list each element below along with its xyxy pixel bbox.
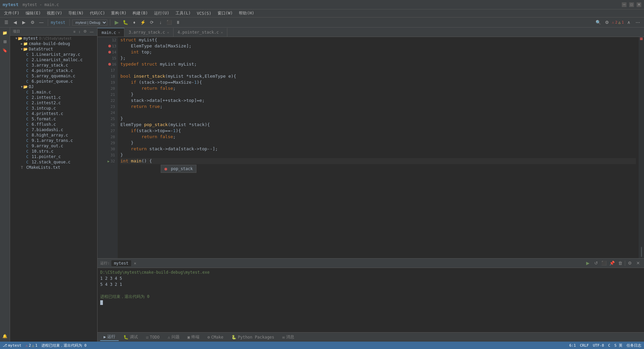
bottom-tab-python[interactable]: 🐍 Python Packages: [228, 334, 277, 340]
menu-vcs[interactable]: VCS(S): [194, 10, 214, 16]
panel-rerun-btn[interactable]: ↺: [593, 260, 599, 267]
pause-button[interactable]: ⏸: [174, 19, 182, 26]
tree-item-2inttest2[interactable]: C 2.inttest2.c: [10, 100, 97, 106]
status-language[interactable]: C: [608, 343, 610, 348]
tab-3array-stack[interactable]: 3.array_stack.c ✕: [124, 28, 173, 37]
tree-close-button[interactable]: —: [89, 29, 94, 34]
status-sohu-ime[interactable]: S 英: [614, 343, 622, 348]
tab-close-main-c[interactable]: ✕: [118, 31, 120, 34]
menu-code[interactable]: 代码(C): [87, 10, 108, 17]
run-button[interactable]: ▶: [113, 19, 120, 26]
tree-item-7biaodashi[interactable]: C 7.biaodashi.c: [10, 127, 97, 132]
bottom-tab-todo[interactable]: ☑ TODO: [143, 334, 163, 340]
tree-item-5array[interactable]: C 5.array_qquemain.c: [10, 73, 97, 79]
tab-close-4pointer[interactable]: ✕: [221, 31, 223, 34]
menu-refactor[interactable]: 重构(R): [108, 10, 129, 17]
run-tab[interactable]: mytest: [111, 260, 131, 266]
bottom-tab-terminal[interactable]: ▣ 终端: [184, 334, 203, 341]
menu-window[interactable]: 窗口(W): [215, 10, 236, 17]
bottom-tab-cmake[interactable]: ⚙ CMake: [204, 334, 227, 340]
menu-edit[interactable]: 编辑(E): [23, 10, 44, 17]
tree-item-3intcup[interactable]: C 3.intcup.c: [10, 106, 97, 111]
status-line-ending[interactable]: CRLF: [580, 343, 589, 348]
minimize-button[interactable]: ─: [622, 2, 627, 7]
collapse-all-button[interactable]: ≡: [72, 29, 76, 34]
toolbar-settings[interactable]: ⚙: [29, 19, 36, 26]
tree-item-cmake-build[interactable]: ▶ 📁 cmake-build-debug: [10, 41, 97, 46]
bottom-tab-run[interactable]: ▶ 运行: [100, 333, 119, 341]
panel-pin-btn[interactable]: 📌: [609, 260, 615, 267]
more-button[interactable]: ⋯: [634, 19, 641, 26]
tree-item-9array[interactable]: C 9.array_out.c: [10, 143, 97, 149]
bookmarks-icon[interactable]: 🔖: [1, 46, 9, 54]
tree-item-4pointer[interactable]: C 4.pointer_stack.c: [10, 68, 97, 73]
notifications-icon[interactable]: 🔔: [1, 332, 9, 340]
terminal-content[interactable]: D:\CStudy\mytest\cmake-build-debug\mytes…: [98, 268, 644, 332]
expand-button[interactable]: ∧: [625, 19, 633, 26]
step-over[interactable]: ⟳: [148, 19, 155, 26]
tree-item-9_1array[interactable]: C 9.1.array_trans.c: [10, 138, 97, 143]
tree-item-2LinearList[interactable]: C 2.LinearList_malloc.c: [10, 57, 97, 63]
tab-close-3array[interactable]: ✕: [167, 31, 169, 34]
toolbar-navigate-back[interactable]: ◀: [11, 19, 19, 26]
panel-settings-btn[interactable]: ⚙: [627, 260, 633, 267]
menu-navigate[interactable]: 导航(N): [66, 10, 86, 17]
tree-item-5format[interactable]: C 5.format.c: [10, 116, 97, 122]
menu-run[interactable]: 运行(U): [151, 10, 172, 17]
config-selector[interactable]: mytest | Debug: [72, 20, 107, 26]
bottom-tab-problems[interactable]: ⚠ 问题: [164, 334, 183, 341]
toolbar-navigate-forward[interactable]: ▶: [20, 19, 28, 26]
tree-settings-button[interactable]: ⚙: [82, 29, 88, 34]
panel-stop-btn[interactable]: ⬛: [601, 260, 607, 267]
stop-button[interactable]: ⬛: [165, 19, 173, 26]
bottom-tab-messages[interactable]: ✉ 消息: [279, 334, 298, 341]
settings-button[interactable]: ⚙: [603, 19, 611, 26]
breakpoint-14[interactable]: [108, 51, 111, 53]
tab-main-c[interactable]: main.c ✕: [98, 28, 124, 37]
tree-item-11pointer[interactable]: C 11.pointer_c: [10, 154, 97, 159]
status-position[interactable]: 6:1: [569, 343, 576, 348]
tree-item-12stack[interactable]: C 12.stack_queue.c: [10, 159, 97, 165]
toolbar-collapse[interactable]: —: [38, 19, 45, 26]
breakpoint-16[interactable]: [108, 63, 111, 66]
tree-item-cmake[interactable]: T CMakeLists.txt: [10, 165, 97, 170]
status-errors[interactable]: ⚠ 2 △ 1: [26, 343, 38, 348]
profile-button[interactable]: ⚡: [139, 19, 147, 26]
tree-item-8hight[interactable]: C 8.hight_array.c: [10, 132, 97, 138]
status-branch[interactable]: ⎇ mytest: [3, 343, 22, 348]
panel-close-btn[interactable]: ✕: [635, 260, 641, 267]
debug-button[interactable]: 🐛: [122, 19, 129, 26]
search-everywhere-button[interactable]: 🔍: [595, 19, 602, 26]
step-into[interactable]: ↓: [157, 19, 164, 26]
tree-item-3array[interactable]: C 3.array_stack.c: [10, 63, 97, 68]
project-icon[interactable]: 📁: [1, 29, 9, 37]
status-tasks[interactable]: 任务日志: [627, 343, 641, 348]
code-content[interactable]: struct myList{ ElemType data[MaxSize]; i…: [118, 37, 639, 258]
close-button[interactable]: ✕: [637, 2, 641, 7]
tree-item-datastruct[interactable]: ▼ 📂 DataStruct: [10, 46, 97, 52]
panel-trash-btn[interactable]: 🗑: [617, 260, 623, 267]
tree-item-6pointer[interactable]: C 6.pointer_queue.c: [10, 79, 97, 84]
tree-item-1main[interactable]: C 1.main.c: [10, 89, 97, 95]
structure-icon[interactable]: ⊞: [1, 38, 9, 46]
scroll-thumb[interactable]: [641, 247, 642, 257]
tree-item-6fflush[interactable]: C 6.fflush.c: [10, 122, 97, 127]
tree-item-2inttest1[interactable]: C 2.inttest1.c: [10, 95, 97, 100]
tree-item-4printtest[interactable]: C 4.printtest.c: [10, 111, 97, 116]
tree-item-1LinearList[interactable]: C 1.LinearList_array.c: [10, 52, 97, 57]
menu-build[interactable]: 构建(B): [130, 10, 151, 17]
tree-item-10strs[interactable]: C 10.strs.c: [10, 149, 97, 154]
panel-run-btn[interactable]: ▶: [584, 260, 591, 267]
menu-view[interactable]: 视图(V): [44, 10, 65, 17]
menu-file[interactable]: 文件(F): [1, 10, 22, 17]
tab-close-run[interactable]: ✕: [134, 261, 136, 266]
project-view-button[interactable]: ☰: [3, 19, 10, 26]
maximize-button[interactable]: □: [629, 2, 634, 7]
bottom-tab-debug[interactable]: 🐛 调试: [120, 334, 141, 341]
menu-help[interactable]: 帮助(H): [236, 10, 257, 17]
menu-tools[interactable]: 工具(L): [173, 10, 194, 17]
tab-4pointer-stack[interactable]: 4.pointer_stack.c ✕: [174, 28, 227, 37]
status-encoding[interactable]: UTF-8: [593, 343, 604, 348]
coverage-button[interactable]: ♦: [130, 19, 138, 26]
error-count[interactable]: ⚠ 2 △ 1: [612, 20, 624, 25]
